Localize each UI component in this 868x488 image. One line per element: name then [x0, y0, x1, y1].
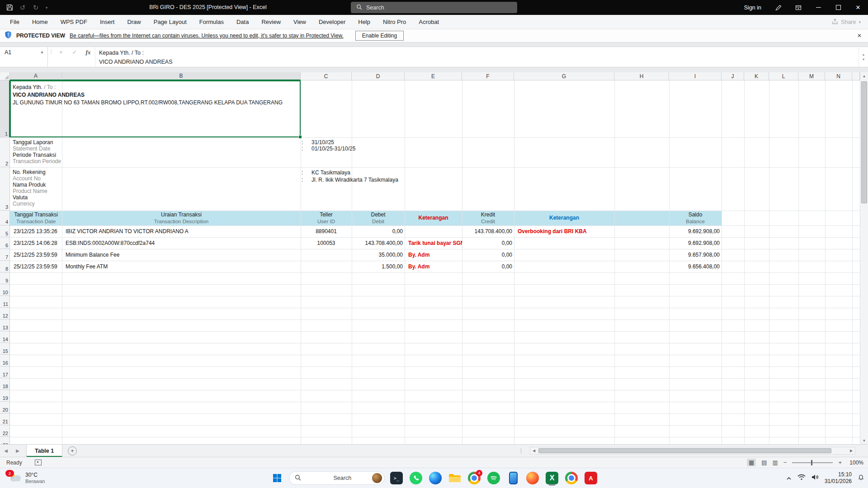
- notification-center-icon[interactable]: [858, 474, 864, 483]
- formula-bar-scroll[interactable]: ▲ ▼: [859, 47, 868, 67]
- vertical-scrollbar[interactable]: ▲ ▼: [860, 72, 868, 444]
- table-header-E[interactable]: Keterangan: [405, 211, 462, 225]
- cell-D6[interactable]: 143.708.400,00: [352, 237, 405, 249]
- cell-C5[interactable]: 8890401: [301, 225, 352, 237]
- cell-A7[interactable]: 25/12/25 23:59:59: [10, 249, 62, 261]
- scroll-right-icon[interactable]: ▶: [848, 447, 855, 454]
- ribbon-tab-review[interactable]: Review: [255, 15, 287, 29]
- column-header-K[interactable]: K: [744, 72, 769, 80]
- excel-app-icon[interactable]: X: [544, 470, 560, 486]
- row-header-14[interactable]: 14: [0, 331, 10, 343]
- spotify-app-icon[interactable]: [486, 470, 501, 486]
- cell-D7[interactable]: 35.000,00: [352, 249, 405, 261]
- insert-function-icon[interactable]: fx: [81, 49, 95, 56]
- cell-B8[interactable]: Monthly Fee ATM: [62, 261, 301, 272]
- table-header-H[interactable]: [614, 211, 669, 225]
- table-header-G[interactable]: Keterangan: [514, 211, 614, 225]
- column-header-A[interactable]: A: [10, 72, 62, 80]
- cell-A8[interactable]: 25/12/25 23:59:59: [10, 261, 62, 272]
- table-header-C[interactable]: TellerUser ID: [301, 211, 352, 225]
- hidden-icons-chevron-icon[interactable]: [786, 474, 792, 482]
- add-sheet-button[interactable]: +: [68, 446, 77, 455]
- zoom-in-icon[interactable]: +: [838, 459, 842, 466]
- cell-F7[interactable]: 0,00: [462, 249, 514, 261]
- undo-icon[interactable]: ↺: [17, 2, 28, 14]
- save-icon[interactable]: [4, 2, 15, 14]
- cell-E8[interactable]: By. Adm: [405, 261, 462, 272]
- scroll-up-icon[interactable]: ▲: [860, 72, 868, 80]
- row-header-13[interactable]: 13: [0, 319, 10, 331]
- cell-F8[interactable]: 0,00: [462, 261, 514, 272]
- cell-F6[interactable]: 0,00: [462, 237, 514, 249]
- customize-qat-icon[interactable]: ▾: [43, 2, 50, 14]
- scroll-left-icon[interactable]: ◀: [530, 447, 538, 454]
- page-break-view-icon[interactable]: ▥: [773, 460, 778, 465]
- column-header-L[interactable]: L: [769, 72, 798, 80]
- table-header-A[interactable]: Tanggal TransaksiTransaction Date: [10, 211, 62, 225]
- column-header-M[interactable]: M: [798, 72, 825, 80]
- cell-I5[interactable]: 9.692.908,00: [669, 225, 722, 237]
- cell-C6[interactable]: 100053: [301, 237, 352, 249]
- titlebar-search[interactable]: Search: [351, 2, 517, 13]
- taskbar-clock[interactable]: 15:10 31/01/2026: [825, 471, 852, 485]
- row-header-21[interactable]: 21: [0, 413, 10, 425]
- terminal-app-icon[interactable]: >_: [389, 470, 404, 486]
- taskbar-search[interactable]: Search: [289, 471, 385, 485]
- row-header-3[interactable]: 3: [0, 167, 10, 211]
- ribbon-tab-file[interactable]: File: [4, 15, 26, 29]
- horizontal-scrollbar[interactable]: ◀ ▶: [530, 447, 855, 455]
- ribbon-tab-wps-pdf[interactable]: WPS PDF: [54, 15, 94, 29]
- chrome-app-icon[interactable]: 4: [467, 470, 482, 486]
- ribbon-tab-help[interactable]: Help: [352, 15, 377, 29]
- cell-A6[interactable]: 23/12/25 14:06:28: [10, 237, 62, 249]
- enable-editing-button[interactable]: Enable Editing: [355, 31, 404, 41]
- scroll-up-icon[interactable]: ▲: [862, 53, 865, 56]
- redo-icon[interactable]: ↻: [30, 2, 42, 14]
- cell-I7[interactable]: 9.657.908,00: [669, 249, 722, 261]
- cell-G5[interactable]: Overbooking dari BRI KBA: [514, 225, 614, 237]
- weather-widget[interactable]: 2 30°C Berawan: [4, 468, 49, 488]
- zoom-slider[interactable]: [792, 462, 833, 463]
- row-header-5[interactable]: 5: [0, 225, 10, 237]
- ribbon-tab-nitro-pro[interactable]: Nitro Pro: [377, 15, 412, 29]
- table-header-I[interactable]: SaldoBalance: [669, 211, 722, 225]
- column-header-D[interactable]: D: [352, 72, 405, 80]
- wifi-icon[interactable]: [797, 474, 806, 482]
- ribbon-tab-page-layout[interactable]: Page Layout: [147, 15, 193, 29]
- ribbon-tab-acrobat[interactable]: Acrobat: [412, 15, 445, 29]
- select-all-button[interactable]: [0, 72, 10, 80]
- zoom-slider-thumb[interactable]: [811, 460, 812, 465]
- row-header-11[interactable]: 11: [0, 296, 10, 308]
- close-button[interactable]: ✕: [848, 0, 868, 15]
- chevron-down-icon[interactable]: ▼: [40, 51, 44, 55]
- zoom-out-icon[interactable]: −: [783, 459, 787, 466]
- table-header-D[interactable]: DebetDebit: [352, 211, 405, 225]
- cell-I6[interactable]: 9.692.908,00: [669, 237, 722, 249]
- cell-grid[interactable]: Tanggal TransaksiTransaction DateUraian …: [10, 80, 860, 444]
- ribbon-tab-insert[interactable]: Insert: [94, 15, 121, 29]
- column-header-E[interactable]: E: [405, 72, 462, 80]
- row-header-16[interactable]: 16: [0, 355, 10, 366]
- column-header-partial[interactable]: [852, 72, 860, 80]
- row-header-18[interactable]: 18: [0, 378, 10, 390]
- ribbon-tab-home[interactable]: Home: [26, 15, 54, 29]
- row-header-23[interactable]: 23: [0, 437, 10, 444]
- row-header-20[interactable]: 20: [0, 402, 10, 413]
- ribbon-tab-developer[interactable]: Developer: [312, 15, 352, 29]
- chrome2-app-icon[interactable]: [564, 470, 579, 486]
- enter-icon[interactable]: ✓: [68, 49, 81, 56]
- column-header-G[interactable]: G: [514, 72, 614, 80]
- cell-F5[interactable]: 143.708.400,00: [462, 225, 514, 237]
- zoom-level[interactable]: 100%: [847, 460, 863, 466]
- column-header-I[interactable]: I: [669, 72, 722, 80]
- ribbon-tab-data[interactable]: Data: [230, 15, 255, 29]
- whatsapp-app-icon[interactable]: [408, 470, 424, 486]
- sheet-nav-right-icon[interactable]: ▶: [12, 448, 24, 453]
- column-header-H[interactable]: H: [614, 72, 669, 80]
- cell-I8[interactable]: 9.656.408,00: [669, 261, 722, 272]
- cell-A5[interactable]: 23/12/25 13:35:26: [10, 225, 62, 237]
- ribbon-tab-draw[interactable]: Draw: [121, 15, 147, 29]
- file-explorer-app-icon[interactable]: [447, 470, 462, 486]
- cell-E6[interactable]: Tarik tunai bayar SGM: [405, 237, 462, 249]
- row-header-12[interactable]: 12: [0, 308, 10, 319]
